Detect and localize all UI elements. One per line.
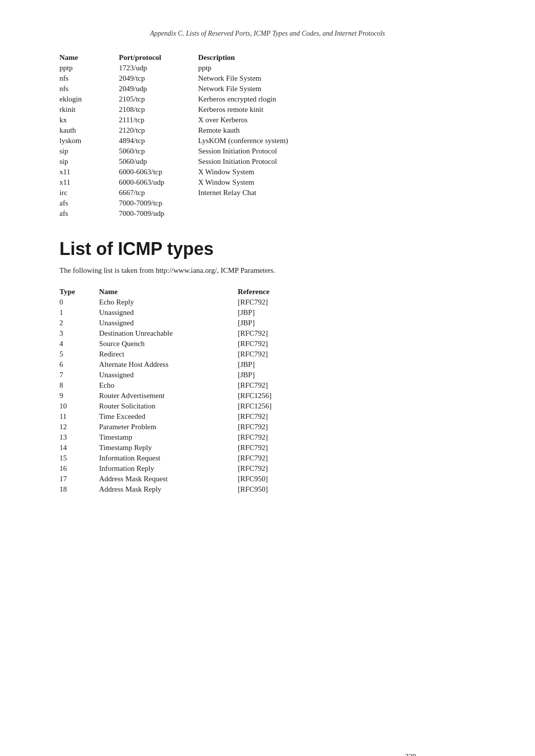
icmp-table-cell: [RFC792] — [238, 443, 476, 453]
icmp-table-cell: 0 — [59, 297, 99, 307]
icmp-table-cell: [RFC792] — [238, 297, 476, 307]
ports-table: Name Port/protocol Description pptp1723/… — [59, 52, 476, 219]
ports-table-row: x116000-6063/tcpX Window System — [59, 167, 476, 177]
ports-table-cell: X Window System — [198, 177, 476, 188]
ports-table-row: afs7000-7009/udp — [59, 208, 476, 219]
ports-table-cell: eklogin — [59, 94, 119, 104]
ports-table-cell: Network File System — [198, 84, 476, 94]
icmp-table-cell: [RFC1256] — [238, 401, 476, 411]
icmp-table-cell: 9 — [59, 391, 99, 401]
icmp-table-cell: 12 — [59, 422, 99, 432]
ports-table-row: lyskom4894/tcpLysKOM (conference system) — [59, 136, 476, 146]
ports-table-cell: 1723/udp — [119, 63, 198, 73]
ports-table-cell: 6667/tcp — [119, 188, 198, 198]
ports-table-cell: X Window System — [198, 167, 476, 177]
icmp-table-cell: [RFC792] — [238, 411, 476, 422]
icmp-table-row: 13Timestamp[RFC792] — [59, 432, 476, 443]
ports-table-cell: Kerberos encrypted rlogin — [198, 94, 476, 104]
ports-table-cell: 4894/tcp — [119, 136, 198, 146]
icmp-table-cell: [RFC792] — [238, 453, 476, 463]
ports-table-cell: Session Initiation Protocol — [198, 156, 476, 167]
icmp-table-cell: [RFC792] — [238, 339, 476, 349]
ports-table-cell: lyskom — [59, 136, 119, 146]
icmp-table-row: 17Address Mask Request[RFC950] — [59, 474, 476, 484]
ports-table-cell: 5060/tcp — [119, 146, 198, 156]
ports-table-cell: 7000-7009/tcp — [119, 198, 198, 208]
icmp-table-cell: [RFC792] — [238, 349, 476, 359]
page-number: 339 — [405, 753, 417, 756]
ports-table-cell: 2120/tcp — [119, 125, 198, 136]
icmp-table-row: 7Unassigned[JBP] — [59, 370, 476, 380]
icmp-table-row: 8Echo[RFC792] — [59, 380, 476, 391]
ports-table-cell: afs — [59, 208, 119, 219]
ports-table-cell: 2105/tcp — [119, 94, 198, 104]
icmp-table-cell: Timestamp — [99, 432, 238, 443]
icmp-table-cell: [RFC792] — [238, 432, 476, 443]
icmp-table-cell: Unassigned — [99, 370, 238, 380]
icmp-col-name: Name — [99, 287, 238, 297]
ports-table-cell: x11 — [59, 177, 119, 188]
icmp-table-cell: 18 — [59, 484, 99, 495]
icmp-table-cell: Echo — [99, 380, 238, 391]
icmp-table-row: 11Time Exceeded[RFC792] — [59, 411, 476, 422]
ports-table-cell: nfs — [59, 73, 119, 84]
icmp-table-cell: Source Quench — [99, 339, 238, 349]
ports-table-cell: sip — [59, 146, 119, 156]
icmp-table-cell: 5 — [59, 349, 99, 359]
ports-table-cell: X over Kerberos — [198, 115, 476, 125]
icmp-table-cell: 11 — [59, 411, 99, 422]
icmp-table-cell: 1 — [59, 307, 99, 318]
icmp-table-cell: 16 — [59, 463, 99, 474]
ports-table-row: x116000-6063/udpX Window System — [59, 177, 476, 188]
icmp-section-heading: List of ICMP types — [59, 239, 476, 259]
ports-col-name: Name — [59, 52, 119, 63]
icmp-table-cell: 3 — [59, 328, 99, 339]
icmp-table-cell: Unassigned — [99, 318, 238, 328]
icmp-col-type: Type — [59, 287, 99, 297]
ports-table-cell: x11 — [59, 167, 119, 177]
icmp-table-cell: 15 — [59, 453, 99, 463]
icmp-table-cell: [RFC792] — [238, 380, 476, 391]
ports-table-cell: Remote kauth — [198, 125, 476, 136]
ports-table-cell: sip — [59, 156, 119, 167]
icmp-table-cell: [RFC792] — [238, 328, 476, 339]
icmp-table-cell: 13 — [59, 432, 99, 443]
icmp-col-ref: Reference — [238, 287, 476, 297]
ports-table-row: eklogin2105/tcpKerberos encrypted rlogin — [59, 94, 476, 104]
icmp-table-cell: Router Solicitation — [99, 401, 238, 411]
icmp-table-cell: [RFC792] — [238, 463, 476, 474]
ports-table-cell: rkinit — [59, 104, 119, 115]
icmp-table-cell: Redirect — [99, 349, 238, 359]
ports-table-row: sip5060/tcpSession Initiation Protocol — [59, 146, 476, 156]
ports-table-cell: 5060/udp — [119, 156, 198, 167]
icmp-table-cell: 10 — [59, 401, 99, 411]
icmp-table-cell: Information Request — [99, 453, 238, 463]
icmp-table-cell: [RFC950] — [238, 484, 476, 495]
ports-table-cell: afs — [59, 198, 119, 208]
ports-table-cell: kx — [59, 115, 119, 125]
ports-table-row: kx2111/tcpX over Kerberos — [59, 115, 476, 125]
ports-table-cell: Session Initiation Protocol — [198, 146, 476, 156]
ports-table-cell: Network File System — [198, 73, 476, 84]
icmp-table-cell: Address Mask Reply — [99, 484, 238, 495]
ports-col-desc: Description — [198, 52, 476, 63]
icmp-table-row: 16Information Reply[RFC792] — [59, 463, 476, 474]
icmp-table-cell: Address Mask Request — [99, 474, 238, 484]
icmp-table-row: 0Echo Reply[RFC792] — [59, 297, 476, 307]
icmp-table-cell: [JBP] — [238, 318, 476, 328]
icmp-section-intro: The following list is taken from http://… — [59, 266, 476, 275]
icmp-table: Type Name Reference 0Echo Reply[RFC792]1… — [59, 287, 476, 495]
icmp-table-row: 2Unassigned[JBP] — [59, 318, 476, 328]
ports-table-cell: Kerberos remote kinit — [198, 104, 476, 115]
icmp-table-cell: 7 — [59, 370, 99, 380]
icmp-table-row: 6Alternate Host Address[JBP] — [59, 359, 476, 370]
ports-table-row: afs7000-7009/tcp — [59, 198, 476, 208]
icmp-table-cell: [JBP] — [238, 370, 476, 380]
ports-table-cell: LysKOM (conference system) — [198, 136, 476, 146]
ports-table-row: kauth2120/tcpRemote kauth — [59, 125, 476, 136]
ports-table-cell: 2111/tcp — [119, 115, 198, 125]
ports-table-cell — [198, 198, 476, 208]
ports-table-cell: Internet Relay Chat — [198, 188, 476, 198]
ports-table-cell: irc — [59, 188, 119, 198]
ports-table-row: nfs2049/tcpNetwork File System — [59, 73, 476, 84]
